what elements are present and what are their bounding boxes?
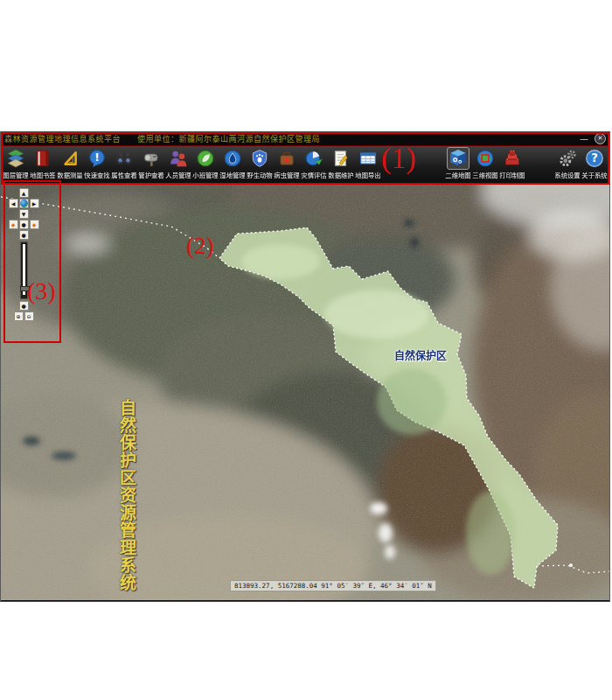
ruler-icon [59, 148, 80, 169]
layer-manage-button[interactable]: 图层管理 [2, 147, 29, 179]
watermark-text: 自然保护区资源管理系统 [118, 399, 136, 592]
pan-right-button[interactable]: ▶ [30, 199, 39, 208]
rotate-right-button[interactable]: ◆ [30, 220, 39, 229]
toolbar-label: 地图书签 [30, 170, 55, 178]
toolbar-label: 打印制图 [499, 170, 525, 178]
wildlife-button[interactable]: 野生动物 [246, 147, 273, 179]
about-system-button[interactable]: ? 关于系统 [581, 147, 608, 179]
data-measure-button[interactable]: 数据测量 [56, 147, 83, 179]
toolbar-label: 三维视图 [472, 170, 497, 178]
toolbar-label: 地图导出 [355, 170, 380, 178]
zoom-slider-handle[interactable] [20, 286, 30, 291]
toolbar-label: 快速查找 [84, 170, 109, 178]
reserve-label: 自然保护区 [394, 347, 447, 362]
zoom-in-button[interactable]: ⊕ [14, 312, 24, 321]
pan-up-button[interactable]: ▲ [19, 188, 29, 198]
pest-manage-button[interactable]: 病虫管理 [273, 147, 300, 179]
wetland-manage-button[interactable]: 湿地管理 [219, 147, 246, 179]
layers-icon [5, 148, 26, 169]
toolbar-map-mode-group: 二维地图 三维视图 打印制图 [444, 147, 525, 179]
toolbar-label: 图层管理 [3, 170, 28, 178]
system-settings-button[interactable]: 系统设置 [553, 147, 581, 179]
patrol-view-button[interactable]: 管护查看 [137, 147, 164, 179]
pie-chart-icon [303, 148, 324, 169]
red-blocks-icon [502, 148, 523, 169]
toolbar-system-group: 系统设置 ? 关于系统 [553, 147, 608, 179]
toolbar-label: 野生动物 [247, 170, 272, 178]
pan-left-button[interactable]: ◀ [9, 199, 18, 208]
view-3d-button[interactable]: 三维视图 [471, 147, 498, 179]
toolbar-label: 系统设置 [554, 170, 580, 178]
print-map-button[interactable]: 打印制图 [498, 147, 525, 179]
close-button[interactable]: ✕ [595, 133, 606, 144]
satellite-map [1, 183, 609, 600]
toolbar-label: 管护查看 [138, 170, 163, 178]
map-bookmark-button[interactable]: 地图书签 [29, 147, 56, 179]
data-maintain-button[interactable]: 数据维护 [327, 147, 354, 179]
speech-exclaim-icon: ! [87, 148, 108, 169]
globe-red-square-icon [475, 148, 496, 169]
center-button[interactable]: ● [19, 220, 29, 229]
attribute-view-button[interactable]: 属性查看 [110, 147, 137, 179]
full-extent-button[interactable]: ● [19, 301, 29, 311]
people-icon [168, 148, 189, 169]
toolbar-label: 关于系统 [581, 170, 607, 178]
map-navigation-control: ▲ ◀ ▶ ▼ ◆ ● ◆ ● ● ⊕ ⊖ [8, 188, 39, 322]
toolbar-label: 数据测量 [57, 170, 82, 178]
cube-gears-icon [448, 148, 469, 169]
medical-bag-icon [276, 148, 297, 169]
subcompartment-manage-button[interactable]: 小班管理 [191, 147, 219, 179]
earth-icon [20, 200, 28, 207]
toolbar-label: 小班管理 [192, 170, 218, 178]
svg-text:?: ? [591, 151, 598, 164]
svg-text:!: ! [94, 151, 100, 164]
full-globe-button[interactable] [19, 199, 29, 208]
leaf-icon [195, 148, 216, 169]
toolbar-label: 数据维护 [328, 170, 353, 178]
toolbar-label: 灾情评估 [301, 170, 326, 178]
map-export-button[interactable]: 地图导出 [354, 147, 381, 179]
personnel-manage-button[interactable]: 人员管理 [164, 147, 191, 179]
zoom-slider[interactable] [20, 242, 28, 299]
coordinate-statusbar: 813893.27, 5167288.04 91° 05′ 39″ E, 46°… [230, 580, 436, 592]
rotate-left-button[interactable]: ◆ [9, 220, 18, 229]
page: { "window": { "title": "森林资源管理地理信息系统平台 使… [0, 0, 612, 700]
map-canvas[interactable]: 自然保护区 自然保护区资源管理系统 813893.27, 5167288.04 … [1, 183, 609, 600]
toolbar-label: 病虫管理 [274, 170, 299, 178]
zoom-out-button[interactable]: ⊖ [24, 312, 34, 321]
shield-paw-icon [249, 148, 270, 169]
boundary-marker [569, 564, 573, 567]
main-toolbar: 图层管理 地图书签 数据测量 ! 快速查找 [1, 146, 609, 183]
question-icon: ? [584, 148, 605, 169]
notepad-pencil-icon [330, 148, 351, 169]
reset-view-button[interactable]: ● [19, 230, 29, 240]
binoculars-icon [114, 148, 135, 169]
title-bar: 森林资源管理地理信息系统平台 使用单位：新疆阿尔泰山两河源自然保护区管理局 — … [1, 132, 609, 146]
toolbar-label: 属性查看 [111, 170, 136, 178]
gears-icon [557, 148, 578, 169]
map-2d-button[interactable]: 二维地图 [444, 147, 471, 179]
toolbar-left-group: 图层管理 地图书签 数据测量 ! 快速查找 [2, 147, 381, 179]
toolbar-label: 人员管理 [165, 170, 191, 178]
toolbar-label: 湿地管理 [219, 170, 245, 178]
waterdrop-icon [222, 148, 243, 169]
minimize-button[interactable]: — [580, 136, 588, 143]
quick-search-button[interactable]: ! 快速查找 [83, 147, 110, 179]
window-title: 森林资源管理地理信息系统平台 使用单位：新疆阿尔泰山两河源自然保护区管理局 [4, 133, 320, 144]
table-grid-icon [358, 148, 379, 169]
pan-down-button[interactable]: ▼ [19, 209, 29, 219]
app-window: 森林资源管理地理信息系统平台 使用单位：新疆阿尔泰山两河源自然保护区管理局 — … [0, 131, 610, 602]
toolbar-label: 二维地图 [445, 170, 470, 178]
mailbox-icon [141, 148, 162, 169]
book-icon [32, 148, 53, 169]
disaster-assess-button[interactable]: 灾情评估 [300, 147, 327, 179]
